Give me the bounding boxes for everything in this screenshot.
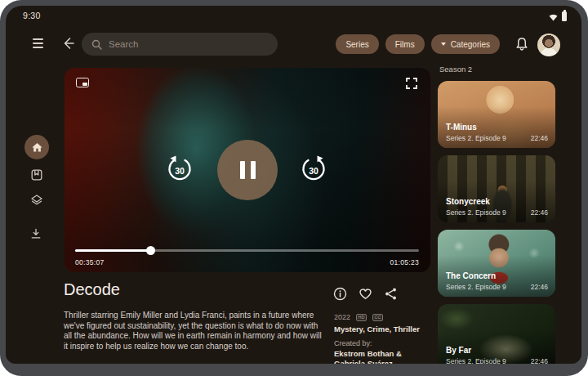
progress-fill [75, 249, 151, 252]
notifications-button[interactable] [514, 37, 529, 51]
battery-icon [562, 11, 567, 21]
back-button[interactable] [60, 35, 76, 51]
status-icons [549, 11, 567, 21]
episode-subtitle: Series 2. Episode 9 [446, 134, 506, 142]
layers-icon [30, 194, 43, 207]
episode-subtitle: Series 2. Episode 9 [446, 357, 506, 364]
episode-title: By Far [446, 346, 548, 355]
status-time: 9:30 [23, 11, 41, 20]
episode-card[interactable]: T-Minus Series 2. Episode 9 22:46 [438, 81, 555, 148]
episode-subtitle: Series 2. Episode 9 [446, 208, 506, 217]
screenshot: 9:30 Series Films [0, 0, 588, 376]
app-screen: 9:30 Series Films [6, 6, 581, 364]
page-title: Decode [64, 280, 120, 299]
search-icon [91, 39, 102, 50]
meta-row: 2022 HD CC [334, 313, 383, 321]
episode-card[interactable]: Stonycreek Series 2. Episode 9 22:46 [438, 155, 555, 222]
sidebar-item-categories[interactable] [30, 194, 43, 207]
episode-title: The Concern [446, 271, 548, 280]
episode-card[interactable]: By Far Series 2. Episode 9 22:46 [438, 304, 555, 364]
filter-chips: Series Films Categories [336, 34, 500, 54]
episode-subtitle: Series 2. Episode 9 [446, 283, 506, 291]
avatar[interactable] [537, 34, 560, 56]
episode-card[interactable]: The Concern Series 2. Episode 9 22:46 [438, 230, 555, 297]
menu-button[interactable] [33, 37, 47, 50]
fullscreen-button[interactable] [406, 78, 417, 89]
sidebar-item-downloads[interactable] [30, 228, 43, 241]
sidebar-item-library[interactable] [30, 168, 43, 181]
episode-duration: 22:46 [531, 134, 548, 142]
home-icon [31, 141, 43, 154]
hd-badge: HD [356, 314, 367, 321]
forward-30-button[interactable]: 30 [298, 153, 329, 184]
creators: Ekstrom Bothan & Gabriela Suárez [334, 349, 416, 364]
chip-films[interactable]: Films [385, 34, 425, 54]
share-button[interactable] [384, 287, 398, 301]
search-bar[interactable] [82, 33, 278, 56]
episode-title: T-Minus [446, 123, 548, 132]
action-buttons [333, 287, 398, 301]
cc-badge: CC [372, 314, 383, 321]
search-input[interactable] [109, 39, 268, 49]
info-button[interactable] [333, 287, 347, 301]
library-icon [30, 168, 43, 181]
description: Thriller starring Emily Miller and Lydia… [64, 311, 323, 351]
progress-thumb[interactable] [146, 246, 155, 255]
caret-down-icon [441, 43, 446, 46]
total-time: 01:05:23 [390, 258, 420, 266]
chip-categories[interactable]: Categories [431, 34, 500, 54]
picture-in-picture-button[interactable] [76, 78, 89, 87]
wifi-icon [549, 13, 558, 21]
pause-button[interactable] [217, 140, 278, 200]
video-player[interactable]: 30 30 00: [65, 68, 430, 272]
episode-duration: 22:46 [531, 357, 548, 364]
created-by-label: Created by: [334, 339, 372, 347]
episode-duration: 22:46 [531, 283, 548, 291]
replay-30-button[interactable]: 30 [164, 153, 195, 184]
elapsed-time: 00:35:07 [75, 258, 105, 266]
svg-text:30: 30 [309, 166, 318, 176]
download-icon [30, 228, 42, 239]
chip-series[interactable]: Series [336, 34, 378, 54]
favorite-button[interactable] [359, 287, 372, 301]
svg-text:30: 30 [175, 166, 185, 176]
season-title: Season 2 [439, 65, 472, 74]
genres: Mystery, Crime, Thriller [334, 325, 420, 333]
release-year: 2022 [334, 313, 350, 321]
episode-title: Stonycreek [446, 197, 548, 206]
progress-slider[interactable] [75, 244, 419, 256]
episode-duration: 22:46 [531, 208, 548, 217]
device-frame: 9:30 Series Films [0, 0, 588, 376]
sidebar-item-home[interactable] [24, 135, 49, 159]
